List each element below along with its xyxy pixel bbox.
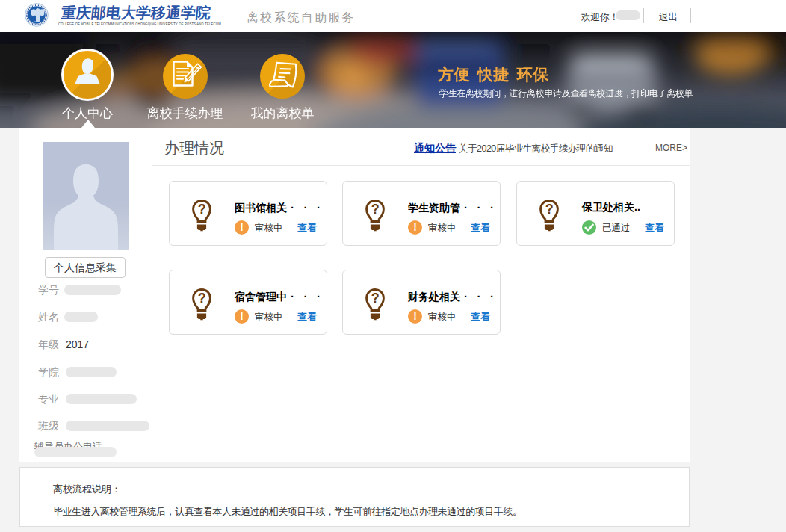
svg-text:?: ? bbox=[198, 291, 206, 306]
svg-text:?: ? bbox=[371, 202, 380, 217]
svg-text:?: ? bbox=[198, 202, 206, 217]
svg-text:?: ? bbox=[371, 291, 380, 306]
svg-text:?: ? bbox=[545, 202, 554, 217]
